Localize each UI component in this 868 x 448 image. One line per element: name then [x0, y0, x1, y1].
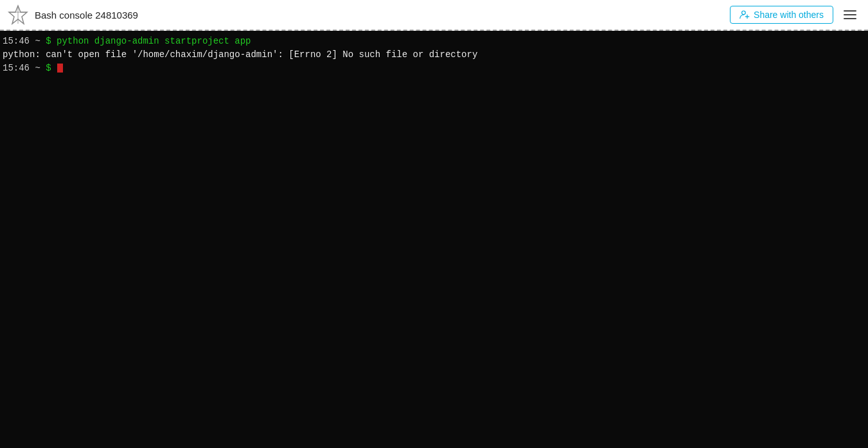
- terminal-tilde-1: ~: [30, 36, 46, 46]
- terminal[interactable]: 15:46 ~ $ python django-admin startproje…: [0, 31, 868, 448]
- header-right: Share with others: [730, 4, 860, 25]
- terminal-error-2: python: can't open file '/home/chaxim/dj…: [3, 49, 477, 60]
- share-button[interactable]: Share with others: [730, 6, 833, 24]
- terminal-prompt-3: $: [46, 63, 57, 73]
- menu-button[interactable]: [840, 4, 860, 25]
- logo-icon: [8, 4, 28, 25]
- menu-line-2: [844, 14, 856, 15]
- terminal-cursor: [57, 64, 63, 73]
- share-with-others-icon: [740, 10, 750, 20]
- terminal-tilde-3: ~: [30, 63, 46, 73]
- svg-point-3: [742, 11, 746, 15]
- share-button-label: Share with others: [754, 10, 824, 20]
- header-left: Bash console 24810369: [8, 4, 138, 25]
- console-title: Bash console 24810369: [35, 10, 138, 21]
- terminal-command-1: python django-admin startproject app: [57, 36, 251, 46]
- terminal-line-2: python: can't open file '/home/chaxim/dj…: [3, 48, 865, 62]
- terminal-prompt-1: $: [46, 36, 57, 46]
- terminal-line-3: 15:46 ~ $: [3, 62, 865, 75]
- terminal-time-3: 15:46: [3, 63, 30, 73]
- terminal-line-1: 15:46 ~ $ python django-admin startproje…: [3, 35, 865, 48]
- header: Bash console 24810369 Share with others: [0, 0, 868, 31]
- terminal-time-1: 15:46: [3, 36, 30, 46]
- menu-line-1: [844, 10, 856, 12]
- menu-line-3: [844, 18, 856, 19]
